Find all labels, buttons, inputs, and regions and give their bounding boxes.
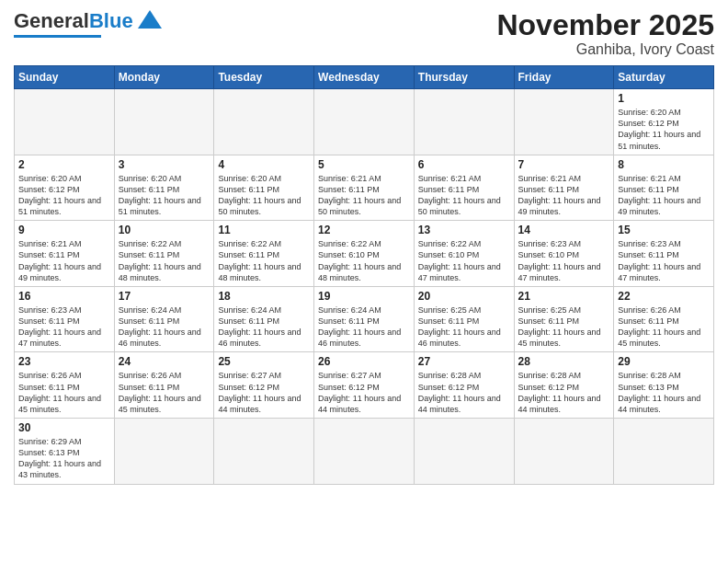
day-info: Sunrise: 6:20 AM Sunset: 6:12 PM Dayligh… [18,173,110,218]
day-number: 21 [518,290,610,303]
day-number: 18 [218,290,310,303]
day-number: 6 [418,158,510,171]
day-info: Sunrise: 6:20 AM Sunset: 6:12 PM Dayligh… [618,107,710,152]
day-number: 25 [218,355,310,368]
day-number: 10 [119,224,210,236]
table-row: 12Sunrise: 6:22 AM Sunset: 6:10 PM Dayli… [314,221,415,287]
header-wednesday: Wednesday [314,66,415,89]
day-number: 4 [218,158,310,171]
table-row [15,89,115,155]
table-row: 7Sunrise: 6:21 AM Sunset: 6:11 PM Daylig… [514,155,614,221]
table-row: 27Sunrise: 6:28 AM Sunset: 6:12 PM Dayli… [414,352,514,419]
table-row [514,419,614,485]
day-number: 17 [119,290,210,303]
day-info: Sunrise: 6:24 AM Sunset: 6:11 PM Dayligh… [318,304,410,350]
page-title: November 2025 [496,9,714,41]
day-number: 15 [618,224,710,236]
table-row: 22Sunrise: 6:26 AM Sunset: 6:11 PM Dayli… [614,286,714,352]
table-row: 5Sunrise: 6:21 AM Sunset: 6:11 PM Daylig… [314,155,415,221]
day-info: Sunrise: 6:23 AM Sunset: 6:10 PM Dayligh… [518,238,610,283]
table-row [214,419,314,485]
day-info: Sunrise: 6:28 AM Sunset: 6:12 PM Dayligh… [418,370,510,415]
day-number: 26 [318,355,410,368]
day-info: Sunrise: 6:22 AM Sunset: 6:11 PM Dayligh… [218,238,310,283]
header-tuesday: Tuesday [214,66,314,89]
day-info: Sunrise: 6:22 AM Sunset: 6:10 PM Dayligh… [418,238,510,283]
table-row: 8Sunrise: 6:21 AM Sunset: 6:11 PM Daylig… [614,155,714,221]
day-info: Sunrise: 6:28 AM Sunset: 6:13 PM Dayligh… [618,370,710,415]
table-row: 3Sunrise: 6:20 AM Sunset: 6:11 PM Daylig… [114,155,214,221]
table-row: 11Sunrise: 6:22 AM Sunset: 6:11 PM Dayli… [214,221,314,287]
day-info: Sunrise: 6:20 AM Sunset: 6:11 PM Dayligh… [119,173,210,218]
logo-blue: Blue [89,9,133,32]
header-saturday: Saturday [614,66,714,89]
table-row: 4Sunrise: 6:20 AM Sunset: 6:11 PM Daylig… [214,155,314,221]
day-info: Sunrise: 6:23 AM Sunset: 6:11 PM Dayligh… [618,238,710,283]
table-row: 14Sunrise: 6:23 AM Sunset: 6:10 PM Dayli… [514,221,614,287]
table-row: 9Sunrise: 6:21 AM Sunset: 6:11 PM Daylig… [15,221,115,287]
day-number: 28 [518,355,610,368]
day-number: 14 [518,224,610,236]
day-number: 30 [18,421,110,434]
day-number: 16 [18,290,110,303]
day-number: 11 [218,224,310,236]
table-row: 16Sunrise: 6:23 AM Sunset: 6:11 PM Dayli… [15,286,115,352]
table-row [514,89,614,155]
table-row: 10Sunrise: 6:22 AM Sunset: 6:11 PM Dayli… [114,221,214,287]
table-row: 19Sunrise: 6:24 AM Sunset: 6:11 PM Dayli… [314,286,415,352]
page-subtitle: Ganhiba, Ivory Coast [496,41,714,58]
day-info: Sunrise: 6:24 AM Sunset: 6:11 PM Dayligh… [218,304,310,350]
table-row [314,89,415,155]
day-number: 2 [18,158,110,171]
day-info: Sunrise: 6:26 AM Sunset: 6:11 PM Dayligh… [119,370,210,415]
logo: GeneralBlue [14,9,164,38]
day-number: 7 [518,158,610,171]
table-row: 25Sunrise: 6:27 AM Sunset: 6:12 PM Dayli… [214,352,314,419]
header: GeneralBlue November 2025 Ganhiba, Ivory… [14,9,714,58]
header-friday: Friday [514,66,614,89]
page: GeneralBlue November 2025 Ganhiba, Ivory… [0,0,728,563]
day-number: 24 [119,355,210,368]
day-number: 20 [418,290,510,303]
table-row [314,419,415,485]
table-row: 26Sunrise: 6:27 AM Sunset: 6:12 PM Dayli… [314,352,415,419]
day-number: 29 [618,355,710,368]
day-info: Sunrise: 6:24 AM Sunset: 6:11 PM Dayligh… [119,304,210,350]
table-row: 21Sunrise: 6:25 AM Sunset: 6:11 PM Dayli… [514,286,614,352]
svg-marker-0 [138,10,162,29]
day-info: Sunrise: 6:22 AM Sunset: 6:10 PM Dayligh… [318,238,410,283]
table-row: 15Sunrise: 6:23 AM Sunset: 6:11 PM Dayli… [614,221,714,287]
day-info: Sunrise: 6:27 AM Sunset: 6:12 PM Dayligh… [218,370,310,415]
day-number: 23 [18,355,110,368]
day-number: 9 [18,224,110,236]
logo-icon [136,6,164,33]
table-row: 18Sunrise: 6:24 AM Sunset: 6:11 PM Dayli… [214,286,314,352]
day-info: Sunrise: 6:21 AM Sunset: 6:11 PM Dayligh… [418,173,510,218]
day-number: 5 [318,158,410,171]
logo-underline [14,35,101,38]
day-info: Sunrise: 6:21 AM Sunset: 6:11 PM Dayligh… [18,238,110,283]
calendar-table: Sunday Monday Tuesday Wednesday Thursday… [14,65,714,484]
day-info: Sunrise: 6:29 AM Sunset: 6:13 PM Dayligh… [18,436,110,481]
day-info: Sunrise: 6:21 AM Sunset: 6:11 PM Dayligh… [518,173,610,218]
day-number: 3 [119,158,210,171]
logo-general: General [14,9,89,32]
day-info: Sunrise: 6:26 AM Sunset: 6:11 PM Dayligh… [618,304,710,350]
table-row: 2Sunrise: 6:20 AM Sunset: 6:12 PM Daylig… [15,155,115,221]
day-info: Sunrise: 6:28 AM Sunset: 6:12 PM Dayligh… [518,370,610,415]
day-info: Sunrise: 6:21 AM Sunset: 6:11 PM Dayligh… [318,173,410,218]
table-row: 23Sunrise: 6:26 AM Sunset: 6:11 PM Dayli… [15,352,115,419]
day-number: 22 [618,290,710,303]
day-info: Sunrise: 6:25 AM Sunset: 6:11 PM Dayligh… [418,304,510,350]
table-row: 30Sunrise: 6:29 AM Sunset: 6:13 PM Dayli… [15,419,115,485]
table-row: 6Sunrise: 6:21 AM Sunset: 6:11 PM Daylig… [414,155,514,221]
table-row [614,419,714,485]
day-info: Sunrise: 6:23 AM Sunset: 6:11 PM Dayligh… [18,304,110,350]
weekday-header-row: Sunday Monday Tuesday Wednesday Thursday… [15,66,714,89]
table-row: 1Sunrise: 6:20 AM Sunset: 6:12 PM Daylig… [614,89,714,155]
table-row [114,419,214,485]
table-row: 13Sunrise: 6:22 AM Sunset: 6:10 PM Dayli… [414,221,514,287]
day-info: Sunrise: 6:22 AM Sunset: 6:11 PM Dayligh… [119,238,210,283]
day-info: Sunrise: 6:25 AM Sunset: 6:11 PM Dayligh… [518,304,610,350]
table-row: 20Sunrise: 6:25 AM Sunset: 6:11 PM Dayli… [414,286,514,352]
